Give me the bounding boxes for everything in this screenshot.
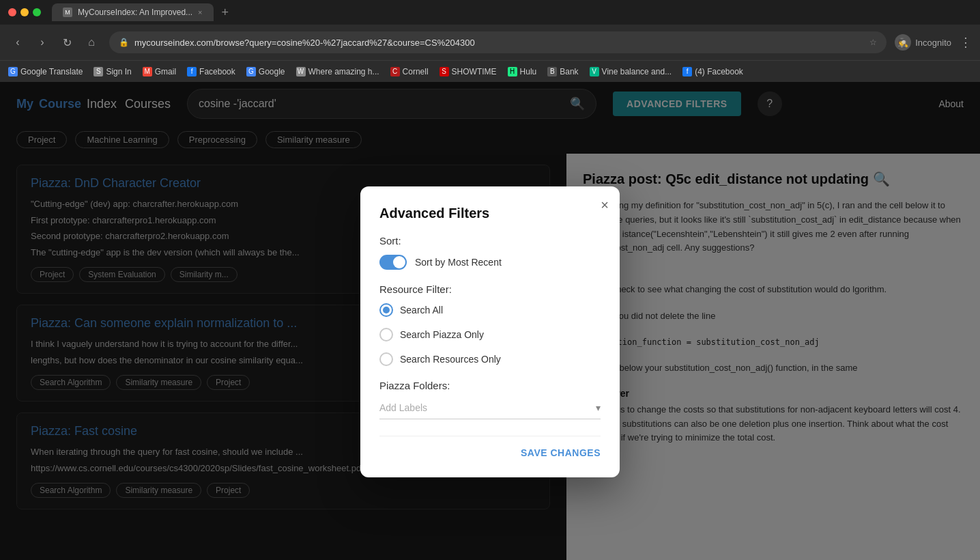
radio-dot-search-all (383, 307, 390, 313)
piazza-folders-label: Piazza Folders: (379, 380, 601, 391)
facebook2-icon: f (682, 67, 692, 76)
address-url: mycourseindex.com/browse?query=cosine%20… (134, 38, 864, 48)
tab-bar: M MyCourseIndex: An Improved... × + (0, 0, 980, 25)
piazza-folders-dropdown[interactable]: Add Labels ▾ (379, 397, 601, 419)
incognito-label: Incognito (915, 38, 951, 48)
gmail-icon: M (143, 67, 152, 76)
bookmark-gmail[interactable]: M Gmail (143, 67, 176, 76)
incognito-badge: 🕵 Incognito (895, 34, 951, 51)
bookmark-gmail-label: Gmail (155, 67, 176, 76)
bookmark-showtime[interactable]: S SHOWTIME (439, 67, 497, 76)
dropdown-chevron-icon: ▾ (596, 402, 601, 413)
back-button[interactable]: ‹ (8, 33, 27, 52)
bookmark-amazing-label: Where amazing h... (308, 67, 379, 76)
reload-button[interactable]: ↻ (57, 33, 76, 52)
bookmark-cornell[interactable]: C Cornell (390, 67, 429, 76)
sort-toggle-row: Sort by Most Recent (379, 255, 601, 270)
resource-filter-radio-group: Search All Search Piazza Only Search Res… (379, 303, 601, 366)
maximize-window-dot[interactable] (33, 8, 41, 16)
incognito-icon: 🕵 (895, 34, 911, 51)
address-bar-row: ‹ › ↻ ⌂ 🔒 mycourseindex.com/browse?query… (0, 25, 980, 60)
radio-search-piazza[interactable]: Search Piazza Only (379, 328, 601, 341)
bookmark-google-label: Google (259, 67, 285, 76)
radio-label-search-resources: Search Resources Only (400, 354, 501, 365)
radio-label-search-all: Search All (400, 305, 443, 316)
bookmark-google-translate-label: Google Translate (20, 67, 83, 76)
facebook-icon: f (187, 67, 197, 76)
vine-icon: V (590, 67, 599, 76)
bookmark-amazing[interactable]: W Where amazing h... (296, 67, 379, 76)
google-translate-icon: G (8, 67, 18, 76)
radio-circle-search-resources (379, 352, 393, 366)
bookmark-google-translate[interactable]: G Google Translate (8, 67, 83, 76)
sort-label: Sort: (379, 235, 601, 247)
window-controls (8, 8, 41, 16)
close-window-dot[interactable] (8, 8, 16, 16)
minimize-window-dot[interactable] (20, 8, 29, 16)
home-button[interactable]: ⌂ (82, 33, 101, 52)
bookmark-bank-label: Bank (560, 67, 578, 76)
bookmark-hulu-label: Hulu (520, 67, 537, 76)
radio-circle-search-piazza (379, 328, 393, 341)
modal-footer: SAVE CHANGES (379, 436, 601, 458)
browser-menu-button[interactable]: ⋮ (960, 35, 972, 50)
star-icon[interactable]: ☆ (869, 38, 877, 47)
radio-label-search-piazza: Search Piazza Only (400, 329, 484, 340)
bookmark-facebook[interactable]: f Facebook (187, 67, 235, 76)
google-icon: G (246, 67, 256, 76)
modal-overlay: Advanced Filters × Sort: Sort by Most Re… (0, 82, 980, 560)
lock-icon: 🔒 (119, 38, 129, 47)
bookmark-facebook2-label: (4) Facebook (695, 67, 743, 76)
cornell-icon: C (390, 67, 400, 76)
showtime-icon: S (439, 67, 449, 76)
bank-icon: B (547, 67, 557, 76)
bookmark-cornell-label: Cornell (403, 67, 429, 76)
radio-search-all[interactable]: Search All (379, 303, 601, 317)
bookmark-google[interactable]: G Google (246, 67, 285, 76)
tab-close-button[interactable]: × (198, 8, 202, 16)
new-tab-button[interactable]: + (216, 5, 235, 20)
sort-toggle[interactable] (379, 255, 407, 270)
tab-favicon: M (63, 8, 72, 17)
signin-icon: S (93, 67, 103, 76)
add-labels-placeholder: Add Labels (379, 402, 427, 413)
browser-chrome: M MyCourseIndex: An Improved... × + ‹ › … (0, 0, 980, 60)
bookmarks-bar: G Google Translate S Sign In M Gmail f F… (0, 60, 980, 82)
toggle-thumb (393, 256, 405, 268)
bookmark-bank[interactable]: B Bank (547, 67, 578, 76)
hulu-icon: H (508, 67, 517, 76)
address-bar[interactable]: 🔒 mycourseindex.com/browse?query=cosine%… (109, 31, 887, 53)
bookmark-showtime-label: SHOWTIME (452, 67, 497, 76)
bookmark-facebook-label: Facebook (199, 67, 235, 76)
radio-circle-search-all (379, 303, 393, 317)
forward-button[interactable]: › (33, 33, 52, 52)
sort-toggle-label: Sort by Most Recent (415, 257, 502, 268)
tab-label: MyCourseIndex: An Improved... (78, 8, 192, 17)
bookmark-signin-label: Sign In (106, 67, 131, 76)
nav-buttons: ‹ › ↻ ⌂ (8, 33, 101, 52)
bookmark-vine[interactable]: V Vine balance and... (590, 67, 672, 76)
modal-close-button[interactable]: × (601, 197, 609, 213)
bookmark-signin[interactable]: S Sign In (93, 67, 131, 76)
modal-title: Advanced Filters (379, 206, 601, 221)
amazing-icon: W (296, 67, 306, 76)
advanced-filters-modal: Advanced Filters × Sort: Sort by Most Re… (360, 186, 620, 477)
bookmark-facebook2[interactable]: f (4) Facebook (682, 67, 743, 76)
page: MyCourseIndex Courses 🔍 ADVANCED FILTERS… (0, 82, 980, 560)
bookmark-hulu[interactable]: H Hulu (508, 67, 537, 76)
active-tab[interactable]: M MyCourseIndex: An Improved... × (52, 3, 214, 21)
radio-search-resources[interactable]: Search Resources Only (379, 352, 601, 366)
save-changes-button[interactable]: SAVE CHANGES (521, 447, 601, 458)
resource-filter-label: Resource Filter: (379, 283, 601, 295)
bookmark-vine-label: Vine balance and... (602, 67, 672, 76)
